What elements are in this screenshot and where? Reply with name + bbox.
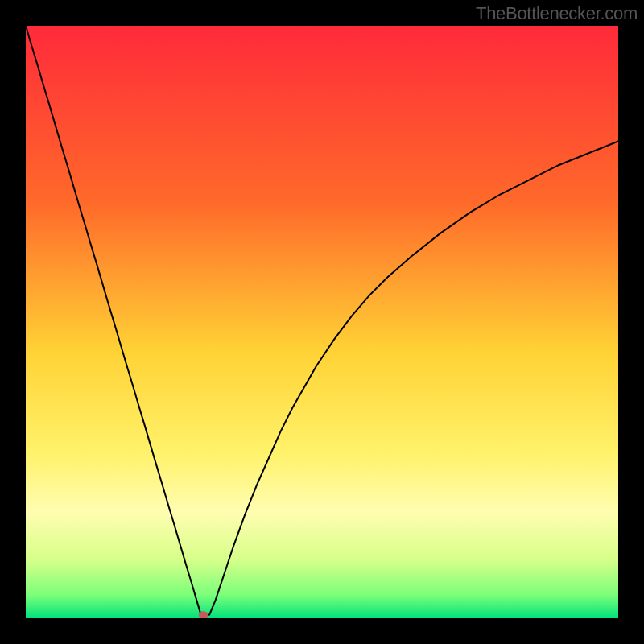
- bottleneck-chart: [0, 0, 644, 644]
- sweet-spot-marker: [199, 611, 208, 619]
- chart-container: TheBottleneсker.com: [0, 0, 644, 644]
- attribution-text: TheBottleneсker.com: [476, 3, 638, 24]
